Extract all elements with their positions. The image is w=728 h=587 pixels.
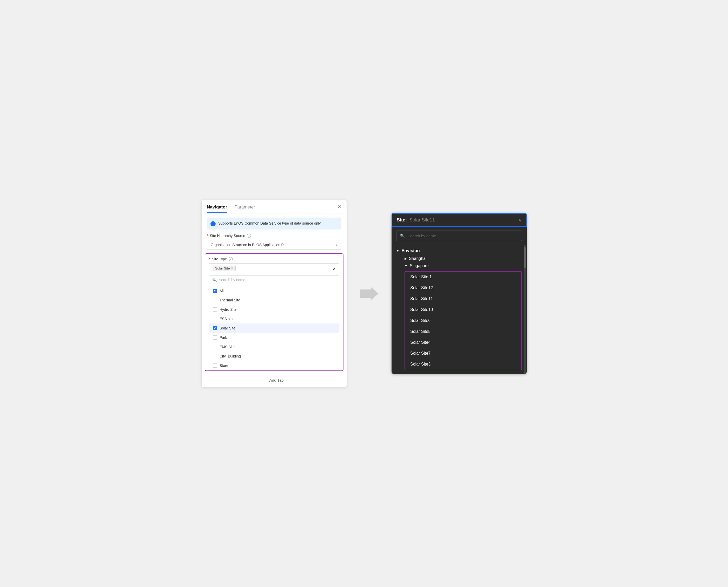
- tree-label-singapore: Singapore: [410, 263, 429, 268]
- tree-grandchild-solar-site-3[interactable]: Solar Site3: [405, 359, 521, 370]
- grandchild-label-2: Solar Site11: [410, 297, 433, 301]
- site-type-search-box[interactable]: 🔍 Search by name: [209, 276, 339, 284]
- site-value: Solar Site11: [409, 217, 435, 223]
- dropdown-item-thermal[interactable]: Thermal Site: [209, 296, 339, 305]
- dropdown-item-city[interactable]: City_Building: [209, 352, 339, 361]
- dropdown-label-store: Store: [220, 363, 228, 368]
- tag-label: Solar Site: [215, 266, 230, 270]
- help-icon-site-type[interactable]: ?: [229, 257, 233, 261]
- site-search-box[interactable]: 🔍 Search by name: [396, 231, 522, 241]
- search-dark-icon: 🔍: [400, 233, 405, 238]
- site-hierarchy-value: Organization Structure in EnOS Applicati…: [211, 243, 286, 247]
- dropdown-label-city: City_Building: [220, 354, 241, 358]
- tree-scroll-area: ▼ Envision ▶ Shanghai ▼ Singapore Solar …: [391, 244, 527, 374]
- tree-grandchild-solar-site-6[interactable]: Solar Site6: [405, 315, 521, 326]
- dropdown-item-hydro[interactable]: Hydro Site: [209, 305, 339, 314]
- close-icon[interactable]: ✕: [338, 204, 341, 210]
- tag-chevron-up-icon: ∧: [333, 266, 336, 271]
- dropdown-item-store[interactable]: Store: [209, 361, 339, 370]
- help-icon-hierarchy[interactable]: ?: [247, 234, 251, 238]
- arrow-right-icon: [360, 287, 379, 300]
- left-panel: Navigator Parameter ✕ i Supports EnOS Co…: [201, 199, 347, 388]
- header-divider: [202, 213, 347, 213]
- grandchild-label-3: Solar Site10: [410, 307, 433, 312]
- grandchild-label-8: Solar Site3: [410, 362, 431, 367]
- checkbox-all[interactable]: [213, 289, 217, 293]
- tree-grandchild-solar-site-1[interactable]: Solar Site 1: [405, 272, 521, 282]
- dropdown-item-park[interactable]: Park: [209, 333, 339, 342]
- site-chevron-up-icon[interactable]: ∧: [518, 217, 521, 222]
- tree-label-envision: Envision: [402, 248, 420, 253]
- dropdown-item-ems[interactable]: EMS Site: [209, 342, 339, 352]
- tree-child-singapore[interactable]: ▼ Singapore: [391, 262, 527, 269]
- site-label: Site:: [397, 217, 407, 223]
- site-header: Site: Solar Site11 ∧: [391, 213, 527, 227]
- plus-icon: +: [265, 377, 267, 383]
- dropdown-item-all[interactable]: All: [209, 286, 339, 296]
- tree-grandchild-solar-site-4[interactable]: Solar Site4: [405, 337, 521, 348]
- tree-arrow-singapore: ▼: [405, 264, 408, 268]
- site-type-section: * Site Type ? Solar Site ✕ ∧ 🔍 Search by…: [205, 253, 343, 371]
- checkbox-ess[interactable]: [213, 317, 217, 321]
- search-icon-site-type: 🔍: [212, 278, 217, 282]
- dropdown-label-ems: EMS Site: [220, 345, 235, 349]
- checkbox-thermal[interactable]: [213, 298, 217, 302]
- tab-parameter[interactable]: Parameter: [234, 205, 255, 213]
- site-type-dropdown: All Thermal Site Hydro Site ESS station …: [209, 286, 339, 371]
- site-search-input[interactable]: Search by name: [408, 234, 436, 238]
- site-hierarchy-label: * Site Hierarchy Source ?: [207, 234, 341, 238]
- panel-header: Navigator Parameter ✕: [202, 200, 347, 213]
- main-container: Navigator Parameter ✕ i Supports EnOS Co…: [201, 199, 527, 388]
- dropdown-label-all: All: [220, 289, 224, 293]
- svg-marker-0: [360, 287, 379, 300]
- scrollbar-thumb[interactable]: [524, 247, 526, 268]
- tree-item-envision[interactable]: ▼ Envision: [391, 246, 527, 255]
- dropdown-label-hydro: Hydro Site: [220, 307, 236, 311]
- tab-navigator[interactable]: Navigator: [207, 205, 227, 213]
- tree-grandchild-solar-site-5[interactable]: Solar Site5: [405, 326, 521, 337]
- checkbox-ems[interactable]: [213, 345, 217, 349]
- solar-site-tag: Solar Site ✕: [213, 265, 236, 271]
- grandchild-label-0: Solar Site 1: [410, 275, 432, 279]
- dropdown-label-solar: Solar Site: [220, 326, 235, 330]
- checkbox-solar[interactable]: [213, 326, 217, 330]
- site-type-select[interactable]: Solar Site ✕ ∧: [209, 263, 339, 273]
- site-type-search-input[interactable]: Search by name: [219, 278, 336, 282]
- chevron-down-icon: ∨: [335, 243, 338, 246]
- site-hierarchy-section: * Site Hierarchy Source ? Organization S…: [202, 234, 347, 253]
- site-header-left: Site: Solar Site11: [397, 217, 435, 223]
- checkbox-city[interactable]: [213, 354, 217, 358]
- tree-container: ▼ Envision ▶ Shanghai ▼ Singapore Solar …: [391, 244, 527, 374]
- checkbox-hydro[interactable]: [213, 307, 217, 311]
- grandchild-label-7: Solar Site7: [410, 351, 431, 356]
- site-hierarchy-select[interactable]: Organization Structure in EnOS Applicati…: [207, 240, 341, 250]
- dropdown-item-solar[interactable]: Solar Site: [209, 324, 339, 333]
- checkbox-store[interactable]: [213, 363, 217, 368]
- tree-arrow-shanghai: ▶: [405, 257, 407, 260]
- tree-child-shanghai[interactable]: ▶ Shanghai: [391, 255, 527, 262]
- required-star-site-type: *: [209, 257, 210, 261]
- add-tab-label: Add Tab: [269, 378, 284, 382]
- tag-remove-icon[interactable]: ✕: [231, 267, 233, 270]
- tree-grandchild-solar-site-10[interactable]: Solar Site10: [405, 304, 521, 315]
- checkbox-park[interactable]: [213, 335, 217, 339]
- info-text: Supports EnOS Common Data Service type o…: [218, 221, 321, 226]
- scrollbar-track[interactable]: [524, 244, 526, 374]
- right-panel: Site: Solar Site11 ∧ 🔍 Search by name ▼ …: [391, 213, 527, 374]
- site-hierarchy-label-text: Site Hierarchy Source: [210, 234, 245, 238]
- dropdown-label-park: Park: [220, 335, 227, 339]
- dropdown-item-ess[interactable]: ESS station: [209, 314, 339, 324]
- info-box: i Supports EnOS Common Data Service type…: [207, 217, 341, 230]
- tree-label-shanghai: Shanghai: [409, 256, 427, 261]
- info-icon: i: [210, 221, 215, 227]
- add-tab-bar[interactable]: + Add Tab: [202, 373, 347, 387]
- tree-grandchild-solar-site-12[interactable]: Solar Site12: [405, 282, 521, 294]
- tree-grandchild-solar-site-7[interactable]: Solar Site7: [405, 348, 521, 359]
- site-type-label-text: Site Type: [212, 257, 227, 261]
- tree-arrow-envision: ▼: [396, 249, 399, 253]
- grandchild-label-5: Solar Site5: [410, 329, 431, 334]
- tree-grandchild-solar-site-11[interactable]: Solar Site11: [405, 294, 521, 304]
- grandchild-label-4: Solar Site6: [410, 318, 431, 323]
- dropdown-label-thermal: Thermal Site: [220, 298, 240, 302]
- dropdown-label-ess: ESS station: [220, 317, 238, 321]
